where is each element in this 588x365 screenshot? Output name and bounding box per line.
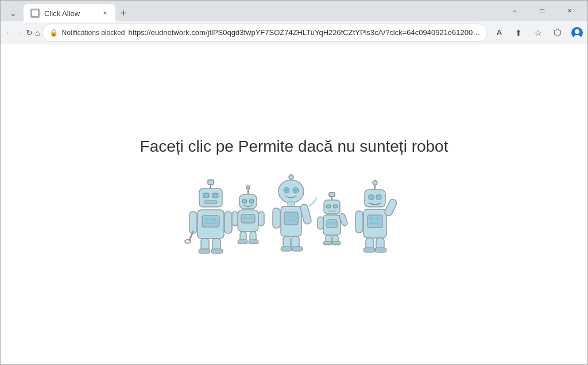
svg-rect-87 (384, 198, 397, 217)
svg-line-54 (310, 202, 314, 206)
back-button[interactable]: ← (5, 24, 13, 42)
nav-actions: A ⬆ ☆ ⬡ ⋮ (490, 24, 588, 42)
svg-rect-15 (204, 222, 217, 224)
svg-rect-49 (287, 214, 291, 217)
svg-point-19 (185, 240, 191, 243)
svg-point-41 (278, 180, 304, 203)
tab-favicon (30, 9, 40, 18)
svg-rect-30 (241, 214, 255, 223)
translate-button[interactable]: A (490, 24, 508, 42)
share-icon: ⬆ (515, 28, 522, 37)
svg-rect-32 (249, 217, 253, 219)
svg-rect-7 (199, 189, 222, 207)
robot-1 (185, 180, 232, 253)
svg-rect-82 (368, 215, 382, 228)
forward-button[interactable]: → (16, 24, 24, 42)
maximize-button[interactable]: □ (529, 2, 555, 20)
url-text: https://eudnetwork.com/jtlPS0qgd3fwpYF7S… (129, 28, 481, 37)
notifications-blocked-label: Notifications blocked (61, 29, 125, 37)
svg-rect-50 (292, 214, 296, 217)
svg-rect-86 (355, 211, 363, 233)
svg-rect-37 (238, 240, 247, 244)
svg-line-55 (314, 198, 316, 202)
svg-rect-6 (208, 180, 214, 185)
extensions-button[interactable]: ⬡ (548, 24, 567, 42)
svg-rect-69 (332, 222, 335, 224)
star-icon: ☆ (535, 28, 542, 37)
page-heading: Faceți clic pe Permite dacă nu sunteți r… (140, 137, 448, 156)
robot-5 (355, 180, 398, 252)
svg-rect-9 (212, 193, 218, 198)
svg-rect-23 (211, 249, 223, 253)
svg-rect-1 (32, 10, 38, 16)
robot-2 (232, 186, 264, 244)
svg-rect-63 (326, 205, 331, 208)
tab-close-button[interactable]: × (99, 7, 111, 19)
svg-rect-68 (328, 222, 331, 224)
translate-icon: A (497, 28, 502, 37)
svg-point-44 (285, 189, 288, 191)
svg-point-77 (373, 180, 377, 185)
svg-rect-75 (332, 241, 341, 245)
reload-button[interactable]: ↻ (26, 24, 33, 42)
robot-4 (318, 193, 348, 245)
svg-point-3 (575, 29, 579, 34)
page-content: Faceți clic pe Permite dacă nu sunteți r… (1, 44, 587, 364)
svg-rect-51 (287, 219, 296, 221)
svg-rect-58 (281, 247, 292, 251)
lock-icon: 🔒 (49, 29, 58, 37)
svg-rect-74 (323, 241, 332, 245)
svg-rect-31 (243, 217, 247, 219)
svg-rect-8 (203, 193, 209, 198)
profile-button[interactable] (568, 24, 586, 42)
tab-title: Click Allow (44, 9, 95, 18)
svg-point-40 (289, 175, 293, 179)
svg-rect-65 (327, 210, 336, 212)
title-bar-controls: − □ × (501, 2, 583, 20)
profile-icon (571, 27, 583, 39)
svg-rect-90 (363, 248, 375, 252)
svg-rect-10 (204, 201, 217, 203)
svg-point-45 (295, 189, 297, 191)
svg-point-25 (246, 186, 250, 189)
robot-illustration (179, 174, 409, 272)
svg-rect-46 (288, 202, 295, 206)
svg-rect-59 (292, 247, 303, 251)
svg-rect-14 (211, 218, 216, 221)
robots-svg (179, 174, 409, 272)
nav-bar: ← → ↻ ⌂ 🔒 Notifications blocked https://… (1, 21, 587, 44)
svg-point-27 (242, 199, 247, 203)
svg-rect-34 (258, 212, 264, 226)
svg-rect-61 (329, 193, 335, 197)
svg-rect-64 (333, 205, 338, 208)
svg-rect-13 (204, 218, 209, 221)
tab-strip: ⌄ Click Allow × + (5, 1, 499, 21)
share-button[interactable]: ⬆ (509, 24, 528, 42)
close-button[interactable]: × (556, 2, 583, 20)
svg-rect-48 (284, 212, 298, 225)
tab-history-button[interactable]: ⌄ (5, 5, 21, 21)
svg-rect-80 (376, 195, 381, 199)
minimize-button[interactable]: − (501, 2, 528, 20)
svg-rect-22 (199, 249, 210, 253)
new-tab-button[interactable]: + (115, 5, 131, 21)
home-button[interactable]: ⌂ (35, 24, 40, 42)
svg-rect-33 (232, 212, 238, 226)
robot-3 (273, 175, 316, 251)
svg-rect-12 (202, 216, 219, 227)
title-bar: ⌄ Click Allow × + − □ × (1, 1, 587, 21)
active-tab[interactable]: Click Allow × (24, 4, 115, 22)
svg-rect-79 (369, 195, 374, 199)
svg-rect-17 (225, 212, 232, 233)
bookmark-button[interactable]: ☆ (529, 24, 547, 42)
svg-rect-16 (189, 212, 197, 233)
browser-window: ⌄ Click Allow × + − □ × ← → ↻ ⌂ 🔒 Not (0, 0, 588, 365)
address-bar[interactable]: 🔒 Notifications blocked https://eudnetwo… (42, 24, 488, 42)
svg-rect-52 (273, 208, 280, 228)
puzzle-icon: ⬡ (554, 27, 562, 38)
svg-rect-91 (375, 248, 386, 252)
svg-rect-67 (327, 220, 337, 228)
svg-rect-83 (369, 217, 374, 220)
svg-rect-70 (318, 217, 323, 229)
svg-rect-85 (369, 222, 380, 224)
